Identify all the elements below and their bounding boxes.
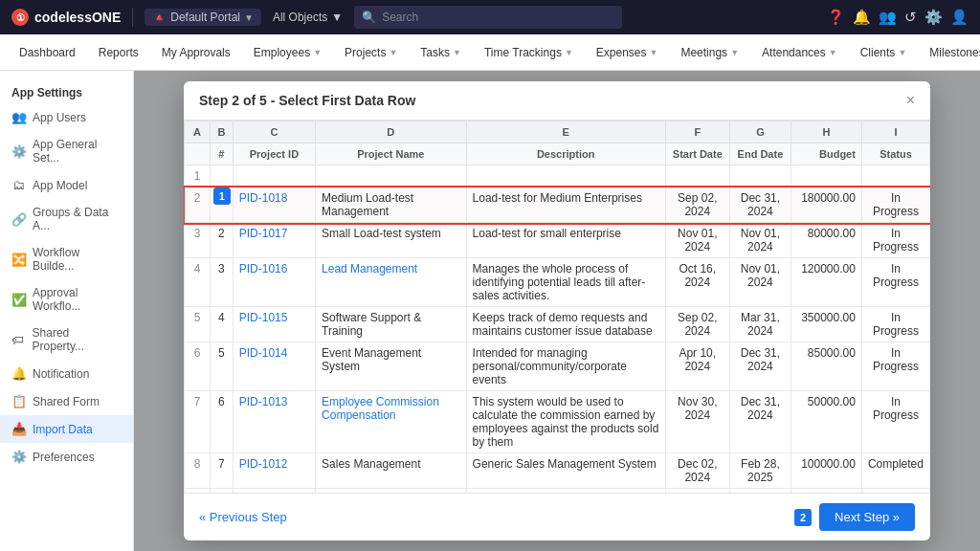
cell-project-id: PID-1014: [233, 342, 315, 391]
nav-clients[interactable]: Clients ▼: [851, 40, 917, 65]
nav-attendances[interactable]: Attendances ▼: [752, 40, 847, 65]
table-row[interactable]: 87PID-1012Sales ManagementGeneric Sales …: [185, 453, 930, 489]
cell-budget: 85000.00: [791, 342, 862, 391]
cell-project-name: Lead Management: [316, 258, 466, 307]
cell-start-date: Apr 10, 2024: [665, 342, 729, 391]
sidebar-item-notification[interactable]: 🔔 Notification: [0, 360, 133, 387]
sidebar-item-sharedprop[interactable]: 🏷 Shared Property...: [0, 320, 133, 360]
settings-icon[interactable]: ⚙️: [924, 9, 943, 26]
users-icon[interactable]: 👥: [879, 9, 897, 26]
nav-projects[interactable]: Projects ▼: [335, 40, 407, 65]
cell-description: Intended for managing personal/community…: [466, 342, 665, 391]
cell-project-name: Sales Management: [316, 453, 466, 489]
generalset-icon: ⚙️: [11, 144, 25, 159]
cell-start-date: [665, 165, 729, 187]
nav-milestones[interactable]: Milestones ▼: [920, 40, 980, 65]
nav-myapprovals[interactable]: My Approvals: [152, 40, 240, 65]
nav-reports[interactable]: Reports: [89, 40, 148, 65]
table-row[interactable]: 54PID-1015Software Support & TrainingKee…: [185, 307, 930, 342]
cell-budget: 120000.00: [791, 258, 862, 307]
cell-project-name: Small Load-test system: [316, 223, 466, 258]
cell-end-date: [729, 165, 791, 187]
table-row[interactable]: 65PID-1014Event Management SystemIntende…: [185, 342, 930, 391]
table-body: 1211PID-1018Medium Load-test ManagementL…: [185, 165, 930, 494]
table-row[interactable]: 76PID-1013Employee Commission Compensati…: [185, 391, 930, 453]
cell-num: 2: [211, 223, 234, 258]
col-letter-i: I: [861, 121, 929, 143]
table-row[interactable]: 32PID-1017Small Load-test systemLoad-tes…: [185, 223, 930, 258]
sidebar-item-appusers[interactable]: 👥 App Users: [0, 103, 133, 131]
cell-start-date: Oct 16, 2024: [665, 258, 729, 307]
nav-tasks[interactable]: Tasks ▼: [411, 40, 471, 65]
sidebar-item-importdata[interactable]: 📥 Import Data: [0, 415, 133, 443]
portal-selector[interactable]: 🔺 Default Portal ▼: [145, 9, 261, 26]
sidebar-item-preferences[interactable]: ⚙️ Preferences: [0, 443, 133, 471]
sidebar-item-approval[interactable]: ✅ Approval Workflo...: [0, 279, 133, 320]
table-row[interactable]: 43PID-1016Lead ManagementManages the who…: [185, 258, 930, 307]
nav-expenses[interactable]: Expenses ▼: [587, 40, 668, 65]
cell-status: In Progress: [861, 258, 929, 307]
cell-end-date: Nov 01, 2024: [729, 258, 791, 307]
topbar: ① codelessONE 🔺 Default Portal ▼ All Obj…: [0, 0, 980, 34]
appmodel-icon: 🗂: [11, 178, 25, 192]
table-row[interactable]: 211PID-1018Medium Load-test ManagementLo…: [185, 187, 930, 223]
cell-project-id: PID-1018: [233, 187, 315, 223]
col-letter-e: E: [466, 121, 665, 143]
topbar-actions: ❓ 🔔 👥 ↺ ⚙️ 👤: [827, 9, 969, 26]
sidebar-item-groups[interactable]: 🔗 Groups & Data A...: [0, 199, 133, 239]
cell-num: 5: [211, 342, 234, 391]
data-table-wrapper[interactable]: A B C D E F G H I: [184, 121, 930, 493]
table-row[interactable]: 1: [185, 165, 930, 187]
cell-project-name: Software Support & Training: [316, 307, 466, 342]
sidebar-item-label: Workflow Builde...: [33, 246, 122, 273]
sharedform-icon: 📋: [11, 394, 25, 408]
cell-end-date: Feb 28, 2025: [729, 453, 791, 489]
sidebar-item-appmodel[interactable]: 🗂 App Model: [0, 171, 133, 199]
content-area: Step 2 of 5 - Select First Data Row × A …: [134, 71, 980, 551]
all-objects-dropdown[interactable]: All Objects ▼: [273, 11, 343, 24]
nav-attendances-arrow: ▼: [829, 48, 837, 57]
bell-icon[interactable]: 🔔: [853, 9, 871, 26]
cell-status: Completed: [861, 453, 929, 489]
sidebar-title: App Settings: [0, 78, 133, 103]
cell-end-date: Mar 31, 2024: [729, 307, 791, 342]
importdata-icon: 📥: [11, 422, 25, 436]
notification-icon: 🔔: [11, 366, 25, 381]
modal-title: Step 2 of 5 - Select First Data Row: [199, 93, 415, 108]
cell-project-name: Event Management System: [316, 342, 466, 391]
cell-description: Load-test for small enterprise: [466, 223, 665, 258]
sidebar-item-generalset[interactable]: ⚙️ App General Set...: [0, 131, 133, 171]
cell-row-num: 2: [185, 187, 211, 223]
cell-description: Load-test for Medium Enterprises: [466, 187, 665, 223]
cell-row-num: 5: [185, 307, 211, 342]
sidebar-item-label: Import Data: [33, 423, 93, 436]
th-project-name: Project Name: [316, 143, 466, 165]
modal-close-button[interactable]: ×: [906, 93, 915, 108]
groups-icon: 🔗: [11, 212, 25, 227]
cell-status: In Progress: [861, 342, 929, 391]
all-objects-arrow: ▼: [331, 11, 343, 24]
cell-end-date: Dec 31, 2024: [729, 391, 791, 453]
cell-start-date: Dec 02, 2024: [665, 453, 729, 489]
nav-employees[interactable]: Employees ▼: [244, 40, 331, 65]
cell-budget: 80000.00: [791, 223, 862, 258]
sidebar-item-sharedform[interactable]: 📋 Shared Form: [0, 387, 133, 415]
sidebar-item-workflow[interactable]: 🔀 Workflow Builde...: [0, 239, 133, 279]
cell-project-name: Medium Load-test Management: [316, 187, 466, 223]
sidebar-item-label: Preferences: [33, 451, 95, 464]
sidebar: App Settings 👥 App Users ⚙️ App General …: [0, 71, 134, 551]
cell-description: [466, 165, 665, 187]
avatar[interactable]: 👤: [950, 9, 969, 26]
help-icon[interactable]: ❓: [827, 9, 845, 26]
nav-timetrackings[interactable]: Time Trackings ▼: [475, 40, 583, 65]
brand-icon: ①: [11, 9, 29, 26]
previous-step-button[interactable]: « Previous Step: [199, 510, 287, 524]
col-letter-b: B: [211, 121, 234, 143]
refresh-icon[interactable]: ↺: [904, 9, 917, 26]
cell-budget: 100000.00: [791, 453, 862, 489]
search-bar[interactable]: 🔍 Search: [354, 6, 622, 29]
nav-dashboard[interactable]: Dashboard: [10, 40, 85, 65]
next-step-button[interactable]: Next Step »: [819, 503, 915, 531]
cell-start-date: Sep 02, 2024: [665, 307, 729, 342]
nav-meetings[interactable]: Meetings ▼: [671, 40, 748, 65]
